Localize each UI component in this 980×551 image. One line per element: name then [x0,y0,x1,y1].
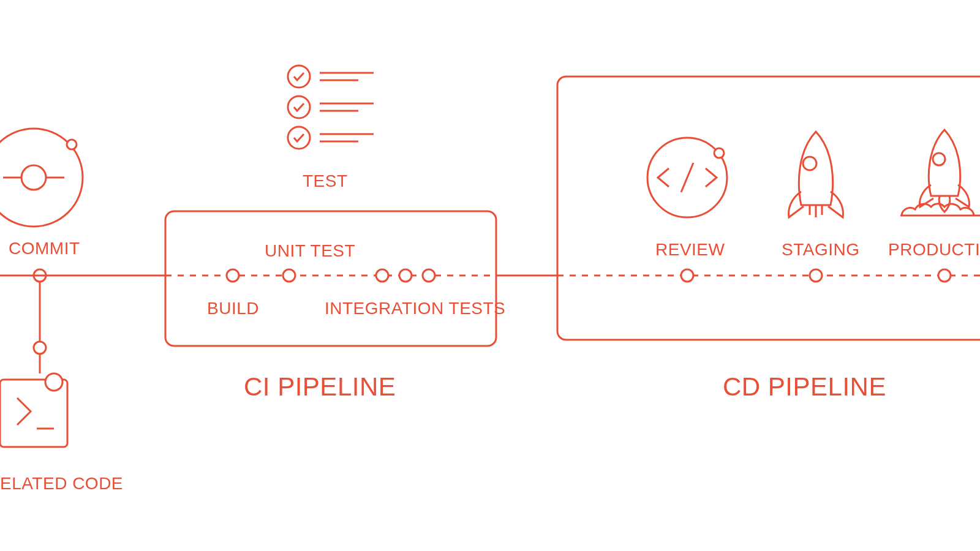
svg-point-30 [810,269,822,282]
commit-icon [0,129,83,227]
staging-label: STAGING [782,240,859,260]
svg-point-11 [288,127,310,149]
svg-point-33 [714,148,724,158]
svg-point-29 [681,269,693,282]
svg-point-35 [803,157,816,170]
staging-rocket-icon [789,132,843,217]
review-label: REVIEW [655,240,725,260]
svg-point-4 [67,140,77,149]
review-icon [647,138,727,217]
commit-label: COMMIT [9,239,80,258]
unit-test-label: UNIT TEST [265,241,355,261]
svg-point-24 [227,269,239,282]
svg-point-28 [423,269,435,282]
svg-point-36 [933,153,945,165]
svg-point-5 [288,66,310,88]
cd-pipeline-label: CD PIPELINE [723,372,886,402]
build-label: BUILD [207,299,259,318]
pipeline-diagram [0,0,980,551]
ci-pipeline-label: CI PIPELINE [244,372,396,402]
integration-tests-label: INTEGRATION TESTS [325,299,505,318]
svg-point-15 [45,373,62,391]
production-rocket-icon [900,130,980,216]
svg-point-19 [34,342,46,354]
commit-branch-connector [34,269,46,373]
test-label: TEST [303,171,348,191]
svg-point-26 [376,269,388,282]
terminal-icon [0,373,67,447]
ci-pipeline-box [165,211,496,346]
svg-line-34 [681,163,693,192]
svg-point-25 [283,269,295,282]
production-label: PRODUCTIO [888,240,980,260]
svg-point-1 [21,165,46,190]
svg-point-31 [938,269,951,282]
related-code-label: ELATED CODE [0,474,123,493]
svg-point-27 [399,269,412,282]
checklist-icon [288,66,374,149]
svg-point-8 [288,96,310,118]
